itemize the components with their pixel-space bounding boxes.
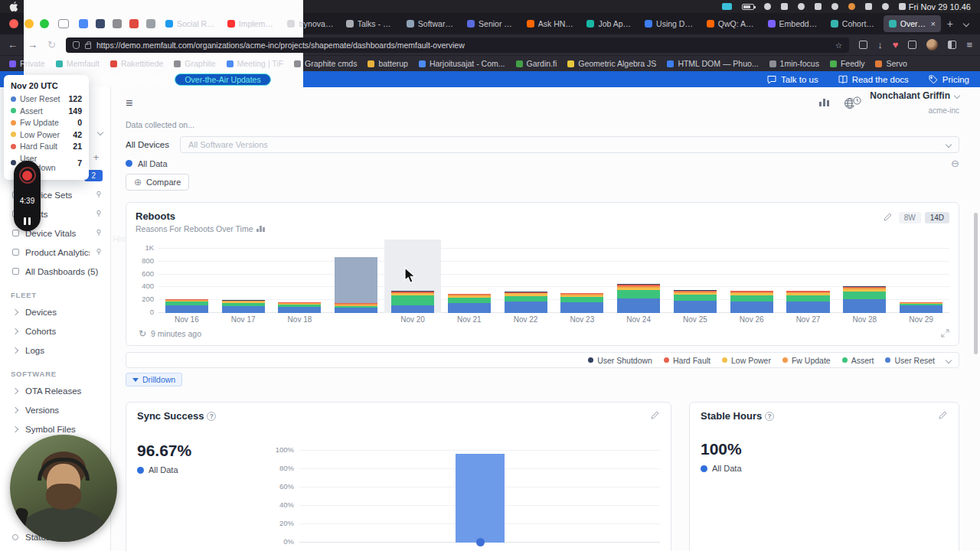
- tracking-shield-icon[interactable]: [73, 41, 80, 49]
- status-icon[interactable]: [781, 3, 788, 10]
- pin-icon[interactable]: [95, 191, 103, 200]
- tab[interactable]: Social Recru: [160, 15, 220, 32]
- sidebar-item-logs[interactable]: Logs: [0, 341, 110, 360]
- legend-item-hard-fault[interactable]: Hard Fault: [664, 356, 710, 365]
- tour-ota-updates-button[interactable]: Over-the-Air Updates: [175, 73, 270, 86]
- close-tab-icon[interactable]: ×: [930, 20, 935, 28]
- chevron-down-icon[interactable]: [946, 357, 952, 363]
- minimize-window-button[interactable]: [24, 19, 34, 28]
- question-icon[interactable]: ?: [765, 412, 774, 421]
- sidebar-item-cohorts[interactable]: Cohorts: [0, 321, 110, 341]
- bookmark-item[interactable]: batterup: [368, 59, 408, 68]
- close-window-button[interactable]: [9, 19, 18, 28]
- chart-bar-slot[interactable]: [724, 240, 780, 313]
- legend-item-user-reset[interactable]: User Reset: [885, 356, 935, 365]
- scrollbar-thumb[interactable]: [974, 213, 978, 354]
- bookmark-item[interactable]: Servo: [875, 59, 906, 68]
- lock-icon[interactable]: [85, 44, 91, 49]
- hamburger-menu-icon[interactable]: ≡: [126, 97, 132, 109]
- timezone-globe-icon[interactable]: [844, 97, 856, 109]
- tab[interactable]: Senior Elixir: [462, 15, 520, 32]
- x-axis-dot[interactable]: [476, 538, 485, 546]
- expand-icon[interactable]: [941, 329, 949, 339]
- pinned-tab[interactable]: [113, 19, 122, 28]
- chart-bar-slot[interactable]: [328, 240, 384, 313]
- sidebar-toggle-icon[interactable]: [948, 41, 956, 49]
- forward-icon[interactable]: →: [28, 40, 38, 50]
- sidebar-item-product-analytics[interactable]: Product Analytics: [0, 243, 110, 262]
- range-button-14d[interactable]: 14D: [925, 212, 949, 223]
- chart-bar-slot[interactable]: [610, 240, 667, 313]
- edit-pencil-icon[interactable]: [939, 410, 948, 419]
- bookmark-item[interactable]: Rakettitiede: [110, 59, 163, 68]
- apple-menu-icon[interactable]: [9, 2, 19, 11]
- url-text[interactable]: https://demo.memfault.com/organizations/…: [96, 41, 830, 50]
- chart-bar-slot[interactable]: [215, 240, 272, 313]
- app-menu-icon[interactable]: ≡: [966, 40, 972, 50]
- sidebar-item-all-dashboards[interactable]: All Dashboards (5): [0, 262, 110, 281]
- tab[interactable]: trynova/nov: [282, 15, 338, 32]
- bookmark-item[interactable]: Gardin.fi: [516, 59, 557, 68]
- banner-link-talk-to-us[interactable]: Talk to us: [767, 75, 818, 84]
- tab[interactable]: Job Applica: [581, 15, 638, 32]
- tab[interactable]: Software De: [401, 15, 460, 32]
- bookmark-star-icon[interactable]: ☆: [835, 41, 842, 50]
- screen-recording-icon[interactable]: [722, 3, 732, 10]
- question-icon[interactable]: ?: [207, 412, 216, 421]
- chart-bar-slot[interactable]: [780, 240, 837, 313]
- firefox-view-icon[interactable]: [58, 19, 69, 28]
- tab[interactable]: Using DevTo: [639, 15, 700, 32]
- bookmark-item[interactable]: Graphite: [174, 59, 215, 68]
- banner-link-read-the-docs[interactable]: Read the docs: [838, 75, 909, 84]
- pin-icon[interactable]: [95, 210, 103, 219]
- refresh-icon[interactable]: ↻: [47, 40, 56, 50]
- range-button-8w[interactable]: 8W: [899, 212, 921, 223]
- edit-pencil-icon[interactable]: [651, 410, 660, 419]
- menubar-clock[interactable]: Fri Nov 29 10.46: [906, 2, 971, 11]
- software-version-filter[interactable]: All Software Versions: [180, 136, 959, 153]
- tab[interactable]: Talks - Nova: [341, 15, 400, 32]
- legend-item-fw-update[interactable]: Fw Update: [782, 356, 831, 365]
- chart-bar-slot[interactable]: [498, 240, 554, 313]
- legend-item-user-shutdown[interactable]: User Shutdown: [588, 356, 652, 365]
- edit-pencil-icon[interactable]: [884, 210, 893, 224]
- webcam-bubble[interactable]: [10, 435, 117, 542]
- pinned-tab[interactable]: [146, 19, 155, 28]
- pocket-heart-icon[interactable]: ♥: [893, 40, 899, 50]
- tab[interactable]: Ask HN: Wh: [521, 15, 580, 32]
- battery-icon[interactable]: [742, 4, 754, 10]
- chart-bar-slot[interactable]: [554, 240, 610, 313]
- add-dashboard-icon[interactable]: +: [93, 152, 100, 163]
- pinned-tab[interactable]: [129, 19, 139, 28]
- chart-bar-slot[interactable]: [836, 240, 893, 313]
- downloads-icon[interactable]: ↓: [877, 40, 883, 50]
- bookmark-item[interactable]: Private: [9, 59, 45, 68]
- user-menu[interactable]: Nonchalant Griffin acme-inc: [870, 90, 959, 117]
- pinned-tab[interactable]: [96, 19, 105, 28]
- sidebar-item-devices[interactable]: Devices: [0, 302, 110, 321]
- sync-success-bar[interactable]: [456, 454, 505, 543]
- devices-filter[interactable]: All Devices: [126, 140, 169, 149]
- bookmark-item[interactable]: Feedly: [830, 59, 865, 68]
- bookmark-item[interactable]: HTML DOM — Phuo...: [667, 59, 758, 68]
- pinned-tab[interactable]: [79, 19, 88, 28]
- zoom-window-button[interactable]: [40, 19, 49, 28]
- profile-avatar[interactable]: [926, 39, 938, 51]
- bookmark-item[interactable]: Geometric Algebra JS: [567, 59, 656, 68]
- list-tabs-icon[interactable]: [959, 21, 974, 26]
- sidebar-item-ota-releases[interactable]: OTA Releases: [0, 381, 110, 400]
- banner-link-pricing[interactable]: Pricing: [929, 75, 969, 84]
- tab[interactable]: Embedded C: [763, 15, 824, 32]
- record-button[interactable]: [19, 167, 36, 184]
- compare-button[interactable]: ⊕ Compare: [126, 174, 189, 191]
- sidebar-item-versions[interactable]: Versions: [0, 400, 110, 419]
- status-icon[interactable]: [815, 3, 822, 10]
- chart-bar-slot[interactable]: [272, 240, 328, 313]
- tab-active[interactable]: Overview×: [884, 15, 941, 32]
- bookmark-item[interactable]: Memfault: [56, 59, 100, 68]
- tab[interactable]: QwQ: Alibab: [701, 15, 761, 32]
- bookmark-item[interactable]: Meeting | TiF: [227, 59, 284, 68]
- chart-bar-slot[interactable]: [158, 240, 215, 313]
- pin-icon[interactable]: [95, 248, 103, 257]
- status-icon[interactable]: [865, 3, 872, 10]
